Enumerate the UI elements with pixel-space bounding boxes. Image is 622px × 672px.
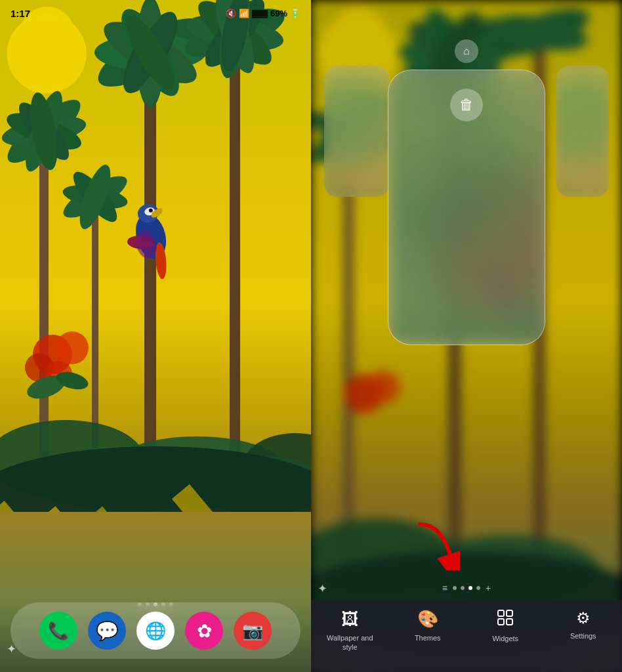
widgets-label: Widgets: [492, 634, 518, 643]
themes-label: Themes: [415, 633, 441, 642]
side-preview-left: [324, 66, 390, 197]
red-arrow: [407, 518, 460, 570]
side-preview-right: [556, 66, 609, 197]
themes-icon: 🎨: [417, 609, 438, 629]
signal-icon: ▓▓▓: [252, 9, 268, 17]
svg-rect-82: [507, 610, 512, 616]
svg-point-76: [367, 371, 400, 404]
settings-icon: ⚙: [576, 609, 591, 627]
camera-app-icon[interactable]: 📷: [234, 612, 272, 650]
sparkle-icon-right[interactable]: ✦: [318, 581, 327, 596]
settings-label: Settings: [570, 631, 596, 640]
svg-point-41: [56, 331, 89, 364]
trash-icon: 🗑: [459, 96, 474, 114]
bixby-icon: ✿: [197, 620, 212, 642]
trash-button[interactable]: 🗑: [450, 89, 483, 121]
left-panel: 1:17 🔇 📶 ▓▓▓ 69% 🔋 ✦ 📞 💬 🌐 ✿: [0, 0, 311, 672]
camera-icon: 📷: [242, 621, 263, 641]
wallpaper-icon: 🖼: [341, 609, 358, 629]
svg-rect-27: [92, 197, 98, 459]
home-preview-icon: ⌂: [455, 39, 478, 63]
status-bar-left: 1:17 🔇 📶 ▓▓▓ 69% 🔋: [0, 0, 311, 26]
messages-icon: 💬: [96, 620, 119, 642]
svg-rect-83: [498, 619, 504, 625]
settings-menu-item[interactable]: ⚙ Settings: [554, 609, 613, 640]
phone-preview-screen: 🗑: [388, 70, 545, 345]
svg-point-56: [331, 7, 386, 62]
widgets-icon: [497, 609, 514, 630]
chrome-icon: 🌐: [145, 621, 166, 641]
phone-preview: ⌂ 🗑: [388, 39, 545, 345]
app-dock: 📞 💬 🌐 ✿ 📷: [10, 602, 301, 659]
time-display: 1:17: [10, 8, 30, 19]
right-dot-3: [468, 586, 472, 590]
bottom-menu: 🖼 Wallpaper and style 🎨 Themes Widgets ⚙…: [311, 600, 622, 672]
svg-rect-12: [39, 131, 49, 459]
battery-icon: 🔋: [290, 9, 301, 18]
page-indicators-right: ≡ +: [311, 583, 622, 593]
widgets-menu-item[interactable]: Widgets: [476, 609, 535, 643]
messages-app-icon[interactable]: 💬: [88, 612, 126, 650]
phone-app-icon[interactable]: 📞: [39, 612, 77, 650]
plus-icon: +: [486, 583, 491, 593]
right-dot-2: [461, 586, 465, 590]
svg-rect-81: [498, 610, 504, 616]
wallpaper-menu-item[interactable]: 🖼 Wallpaper and style: [320, 609, 379, 652]
chrome-app-icon[interactable]: 🌐: [136, 612, 175, 650]
mute-icon: 🔇: [226, 9, 236, 18]
wifi-icon: 📶: [239, 9, 249, 18]
wallpaper-label: Wallpaper and style: [320, 633, 379, 652]
bixby-app-icon[interactable]: ✿: [185, 612, 223, 650]
home-icon: ⌂: [463, 45, 470, 57]
right-dot-1: [453, 586, 457, 590]
svg-rect-84: [507, 619, 512, 625]
palm-trees-left: [0, 0, 311, 512]
right-dot-4: [476, 586, 480, 590]
right-panel: ⌂ 🗑 ≡ + ✦: [311, 0, 622, 672]
hamburger-icon: ≡: [442, 583, 447, 593]
status-icons: 🔇 📶 ▓▓▓ 69% 🔋: [226, 9, 301, 18]
phone-icon: 📞: [48, 621, 69, 641]
themes-menu-item[interactable]: 🎨 Themes: [398, 609, 457, 642]
battery-display: 69%: [270, 9, 287, 18]
svg-rect-19: [230, 33, 240, 459]
